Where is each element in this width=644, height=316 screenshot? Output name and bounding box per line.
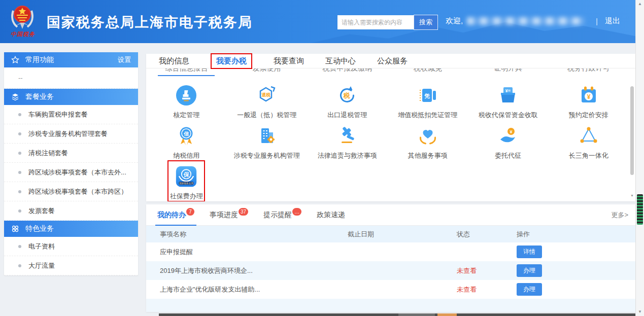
- category-comprehensive-info[interactable]: 综合信息报告: [164, 68, 209, 76]
- sidebar-item-label: 跨区域涉税事项套餐（本市跨区）: [28, 187, 127, 196]
- service-other-services[interactable]: 其他服务事项: [388, 125, 468, 165]
- scrollbar-up-arrow-icon[interactable]: ▲: [636, 1, 644, 8]
- tab-my-todo[interactable]: 我的待办7: [157, 210, 194, 225]
- welcome-prefix: 欢迎,: [446, 16, 463, 26]
- service-label: 法律追责与救济事项: [318, 151, 377, 160]
- column-item-name: 事项名称: [160, 230, 348, 239]
- social-insurance-app-icon: 保 国家税务总局: [175, 165, 197, 188]
- handle-button[interactable]: 办理: [517, 283, 542, 296]
- four-dots-icon: [11, 225, 19, 233]
- svg-text:¥: ¥: [510, 129, 513, 134]
- logout-link[interactable]: 退出: [605, 16, 620, 26]
- todo-item-name: 上海市企业"优化版研发支出辅助...: [160, 285, 348, 294]
- main-tabbar: 我的信息 我要办税 我要查询 互动中心 公众服务: [146, 54, 635, 68]
- header-search: 搜索: [337, 15, 438, 30]
- service-custody-funds[interactable]: ¥= 税收代保管资金收取: [468, 84, 549, 125]
- service-tax-credit[interactable]: 信 纳税信用: [146, 125, 227, 165]
- service-label: 预约定价安排: [569, 111, 608, 120]
- panel-scrollbar-down-icon[interactable]: ▼: [630, 193, 634, 198]
- sidebar-item-label: 车辆购置税申报套餐: [28, 110, 88, 119]
- window-scrollbar[interactable]: ▲ ▼: [635, 0, 644, 316]
- sidebar-section-title: 常用功能: [25, 55, 54, 64]
- sidebar-section-packages[interactable]: 套餐业务: [4, 89, 138, 105]
- sidebar-section-special[interactable]: 特色业务: [4, 221, 138, 237]
- sidebar-item-hall-traffic[interactable]: 大厅流量: [4, 256, 138, 275]
- search-button[interactable]: 搜索: [414, 15, 438, 30]
- sidebar-item-invoice-package[interactable]: 发票套餐: [4, 201, 138, 221]
- service-legal-remedy[interactable]: 法律追责与救济事项: [307, 125, 388, 165]
- service-verification-management[interactable]: 核定管理: [146, 84, 227, 125]
- sidebar-item-electronic-data[interactable]: 电子资料: [4, 237, 138, 256]
- panel-scrollbar[interactable]: ▲ ▼: [630, 62, 634, 198]
- sidebar-item-cross-region-in[interactable]: 跨区域涉税事项套餐（本市跨区）: [4, 182, 138, 201]
- category-invoice-use[interactable]: 发票使用: [252, 68, 282, 76]
- tab-interaction-center[interactable]: 互动中心: [325, 56, 356, 66]
- taskbar-strip: [159, 313, 635, 316]
- scrollbar-thumb[interactable]: [637, 194, 643, 225]
- sidebar-item-cross-region-out[interactable]: 跨区域涉税事项套餐（本市去外...: [4, 163, 138, 182]
- service-yangtze-delta[interactable]: 长三角一体化: [549, 125, 629, 165]
- column-action: 操作: [517, 230, 635, 239]
- sidebar-item-vehicle-tax[interactable]: 车辆购置税申报套餐: [4, 105, 138, 124]
- tab-progress[interactable]: 事项进度37: [210, 210, 248, 225]
- service-advance-pricing[interactable]: ¥ 预约定价安排: [549, 84, 629, 125]
- service-entrusted-collection[interactable]: ¥ 委托代征: [468, 125, 549, 165]
- table-row: 2019年上海市税收营商环境企... 未查看 办理: [146, 261, 635, 280]
- service-tax-agency-management[interactable]: 涉税专业服务机构管理: [227, 125, 308, 165]
- svg-text:¥: ¥: [587, 93, 590, 100]
- column-status: 状态: [457, 230, 517, 239]
- tab-public-service[interactable]: 公众服务: [377, 56, 408, 66]
- bullet-dot-icon: [18, 264, 21, 267]
- service-label: 一般退（抵）税管理: [237, 111, 296, 120]
- tab-inquiry[interactable]: 我要查询: [274, 56, 304, 66]
- todo-item-status: 未查看: [457, 285, 517, 294]
- svg-text:保: 保: [183, 171, 190, 178]
- handle-button[interactable]: 办理: [517, 264, 542, 277]
- page-title: 国家税务总局上海市电子税务局: [47, 13, 253, 31]
- service-export-refund[interactable]: 税 出口退税管理: [307, 84, 388, 125]
- todo-tab-label: 提示提醒: [263, 210, 292, 219]
- panel-scrollbar-thumb[interactable]: [630, 86, 634, 175]
- service-label: 增值税抵扣凭证管理: [398, 111, 457, 120]
- service-label: 核定管理: [173, 111, 199, 120]
- tab-policy-express[interactable]: 政策速递: [317, 210, 345, 225]
- detail-button[interactable]: 详情: [517, 245, 542, 258]
- todo-tabbar: 我的待办7 事项进度37 提示提醒… 政策速递 更多>: [146, 204, 635, 226]
- sidebar-item-label: 电子资料: [28, 242, 55, 251]
- refund-hexagon-icon: 退税: [256, 84, 278, 107]
- category-admin-license[interactable]: 税务行政许可: [566, 68, 611, 76]
- tab-tax-handling[interactable]: 我要办税: [211, 53, 252, 69]
- sidebar: 常用功能 设置 -- 套餐业务 车辆购置税申报套餐 涉税专业服务机构管理套餐 清…: [4, 52, 138, 275]
- todo-item-status: 未查看: [457, 266, 517, 275]
- tab-my-info[interactable]: 我的信息: [159, 56, 189, 66]
- todo-panel: 我的待办7 事项进度37 提示提醒… 政策速递 更多> 事项名称 截止日期 状态…: [146, 204, 635, 312]
- sidebar-section-favorites[interactable]: 常用功能 设置: [4, 52, 138, 67]
- funds-box-icon: ¥=: [497, 84, 519, 107]
- service-vat-voucher[interactable]: 凭 增值税抵扣凭证管理: [388, 84, 468, 125]
- settings-link[interactable]: 设置: [118, 55, 131, 64]
- sidebar-item-label: 发票套餐: [28, 206, 55, 216]
- category-certificate-issue[interactable]: 证明开具: [493, 68, 523, 76]
- sidebar-item-label: 涉税专业服务机构管理套餐: [28, 129, 108, 138]
- tax-bureau-emblem-icon: [10, 4, 35, 30]
- sidebar-item-deregistration[interactable]: 清税注销套餐: [4, 144, 138, 163]
- category-tax-reduction[interactable]: 税收减免: [413, 68, 443, 76]
- more-link[interactable]: 更多>: [611, 210, 628, 225]
- svg-text:国家税务总局: 国家税务总局: [180, 182, 194, 185]
- service-social-insurance[interactable]: 保 国家税务总局 社保费办理: [146, 165, 227, 201]
- service-label: 涉税专业服务机构管理: [234, 151, 300, 160]
- category-tax-declaration[interactable]: 税费申报及缴纳: [321, 68, 373, 76]
- search-input[interactable]: [337, 15, 414, 29]
- progress-count-badge: 37: [239, 208, 248, 216]
- favorites-empty-item: --: [4, 67, 138, 89]
- taskbar-segment: [398, 313, 435, 316]
- service-general-refund[interactable]: 退税 一般退（抵）税管理: [227, 84, 308, 125]
- app-header: 中国税务 国家税务总局上海市电子税务局 搜索 欢迎, | 退出: [0, 0, 635, 43]
- gavel-icon: [336, 125, 358, 147]
- scrollbar-down-arrow-icon[interactable]: ▼: [636, 308, 644, 315]
- logo-caption: 中国税务: [7, 30, 39, 38]
- tab-reminders[interactable]: 提示提醒…: [263, 210, 301, 225]
- todo-tab-label: 事项进度: [210, 210, 238, 219]
- sidebar-item-tax-agency-package[interactable]: 涉税专业服务机构管理套餐: [4, 124, 138, 144]
- star-icon: [11, 56, 19, 64]
